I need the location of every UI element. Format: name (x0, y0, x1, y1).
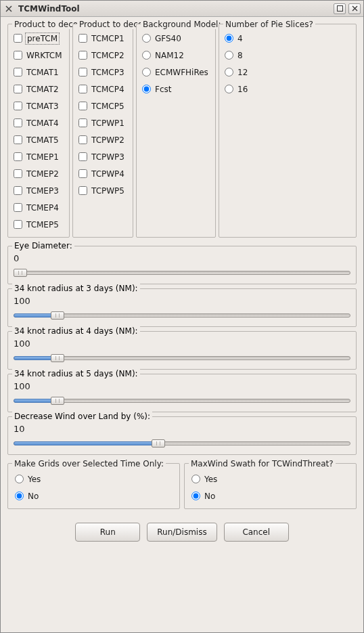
radio-8[interactable] (225, 51, 233, 60)
checkbox-row[interactable]: TCMAT2 (12, 81, 65, 97)
group-make-grids: Make Grids over Selected Time Only: YesN… (7, 463, 180, 509)
checkbox-row[interactable]: preTCM (12, 30, 65, 47)
radio-nam12[interactable] (142, 51, 151, 60)
radio-row[interactable]: Yes (14, 471, 174, 487)
radio-label: NAM12 (155, 51, 184, 60)
checkbox-tcpwp2[interactable] (78, 135, 87, 144)
radio-gfs40[interactable] (142, 34, 151, 43)
checkbox-tcmcp1[interactable] (78, 34, 87, 43)
slider-track[interactable] (14, 353, 350, 364)
checkbox-label: TCPWP5 (91, 186, 124, 196)
checkbox-row[interactable]: TCMAT4 (12, 114, 65, 131)
slider-track[interactable] (14, 395, 350, 406)
checkbox-tcpwp5[interactable] (78, 186, 87, 195)
checkbox-tcmep4[interactable] (14, 203, 22, 212)
checkbox-row[interactable]: TCMAT1 (12, 64, 65, 81)
checkbox-tcmcp3[interactable] (78, 68, 87, 77)
checkbox-row[interactable]: TCMCP2 (77, 47, 129, 64)
checkbox-row[interactable]: TCMCP1 (77, 30, 129, 47)
svg-rect-0 (337, 6, 342, 12)
checkbox-row[interactable]: TCMCP4 (77, 81, 129, 97)
slider-thumb[interactable] (14, 269, 27, 277)
checkbox-tcmep3[interactable] (14, 186, 22, 195)
checkbox-row[interactable]: TCMAT5 (12, 131, 65, 148)
checkbox-tcmep2[interactable] (14, 169, 22, 178)
slider-thumb[interactable] (51, 354, 64, 362)
radio-row[interactable]: No (14, 487, 174, 504)
group-background-model: Background Model: GFS40NAM12ECMWFHiResFc… (136, 24, 216, 238)
slider-track[interactable] (14, 310, 350, 321)
radio-fcst[interactable] (142, 85, 151, 93)
radio-row[interactable]: Yes (190, 471, 350, 487)
radio-label: No (204, 492, 215, 501)
checkbox-tcmep5[interactable] (14, 220, 22, 229)
window-title: TCMWindTool (18, 4, 334, 14)
run-dismiss-button[interactable]: Run/Dismiss (147, 523, 217, 542)
checkbox-row[interactable]: TCPWP3 (77, 148, 129, 165)
slider-legend: 34 knot radius at 5 days (NM): (12, 369, 140, 378)
checkbox-row[interactable]: TCMEP2 (12, 165, 65, 182)
checkbox-wrktcm[interactable] (14, 51, 22, 60)
radio-row[interactable]: Fcst (141, 81, 211, 97)
checkbox-tcmat3[interactable] (14, 102, 22, 110)
checkbox-row[interactable]: TCMCP5 (77, 97, 129, 114)
radio-row[interactable]: 4 (223, 30, 352, 47)
radio-16[interactable] (225, 85, 233, 93)
slider-track[interactable] (14, 267, 350, 278)
checkbox-row[interactable]: TCMCP3 (77, 64, 129, 81)
radio-row[interactable]: 12 (223, 64, 352, 81)
slider-thumb[interactable] (51, 311, 64, 320)
radio-ecmwfhires[interactable] (142, 68, 151, 77)
checkbox-label: TCMAT1 (26, 68, 59, 77)
radio-row[interactable]: GFS40 (141, 30, 211, 47)
checkbox-tcmep1[interactable] (14, 152, 22, 161)
checkbox-pretcm[interactable] (14, 34, 22, 43)
slider-thumb[interactable] (51, 397, 64, 405)
checkbox-tcmat2[interactable] (14, 85, 22, 93)
checkbox-row[interactable]: TCMEP4 (12, 199, 65, 216)
checkbox-tcmat5[interactable] (14, 135, 22, 144)
checkbox-tcpwp3[interactable] (78, 152, 87, 161)
checkbox-row[interactable]: TCPWP4 (77, 165, 129, 182)
group-maxwind-swath: MaxWind Swath for TCWindThreat? YesNo (184, 463, 357, 509)
radio-row[interactable]: No (190, 487, 350, 504)
maximize-button[interactable] (334, 3, 346, 14)
run-button[interactable]: Run (75, 523, 140, 542)
radio-12[interactable] (225, 68, 233, 77)
checkbox-row[interactable]: WRKTCM (12, 47, 65, 64)
group-legend: Make Grids over Selected Time Only: (12, 459, 166, 468)
cancel-button[interactable]: Cancel (224, 523, 289, 542)
radio-row[interactable]: ECMWFHiRes (141, 64, 211, 81)
slider-value: 10 (14, 424, 350, 434)
radio-no[interactable] (15, 492, 24, 500)
checkbox-tcmcp4[interactable] (78, 85, 87, 93)
radio-yes[interactable] (191, 475, 200, 483)
checkbox-row[interactable]: TCMEP5 (12, 216, 65, 233)
slider-group-decw: Decrease Wind over Land by (%):10 (7, 416, 357, 455)
checkbox-tcmat4[interactable] (14, 118, 22, 127)
radio-label: GFS40 (155, 34, 181, 43)
radio-4[interactable] (225, 34, 233, 43)
checkbox-tcmat1[interactable] (14, 68, 22, 77)
close-button[interactable] (348, 3, 361, 14)
checkbox-row[interactable]: TCPWP2 (77, 131, 129, 148)
radio-label: 12 (237, 68, 248, 77)
radio-yes[interactable] (15, 475, 24, 483)
checkbox-tcmcp2[interactable] (78, 51, 87, 60)
checkbox-row[interactable]: TCMEP1 (12, 148, 65, 165)
checkbox-row[interactable]: TCPWP1 (77, 114, 129, 131)
checkbox-tcpwp4[interactable] (78, 169, 87, 178)
checkbox-row[interactable]: TCMEP3 (12, 182, 65, 199)
slider-track[interactable] (14, 438, 350, 449)
checkbox-row[interactable]: TCMAT3 (12, 97, 65, 114)
radio-row[interactable]: NAM12 (141, 47, 211, 64)
checkbox-row[interactable]: TCPWP5 (77, 182, 129, 199)
radio-row[interactable]: 16 (223, 81, 352, 97)
checkbox-tcmcp5[interactable] (78, 102, 87, 110)
checkbox-label: TCMCP5 (91, 102, 124, 111)
checkbox-tcpwp1[interactable] (78, 118, 87, 127)
slider-thumb[interactable] (152, 439, 165, 448)
radio-row[interactable]: 8 (223, 47, 352, 64)
top-panels: Product to decode: preTCMWRKTCMTCMAT1TCM… (7, 24, 357, 238)
radio-no[interactable] (191, 492, 200, 500)
